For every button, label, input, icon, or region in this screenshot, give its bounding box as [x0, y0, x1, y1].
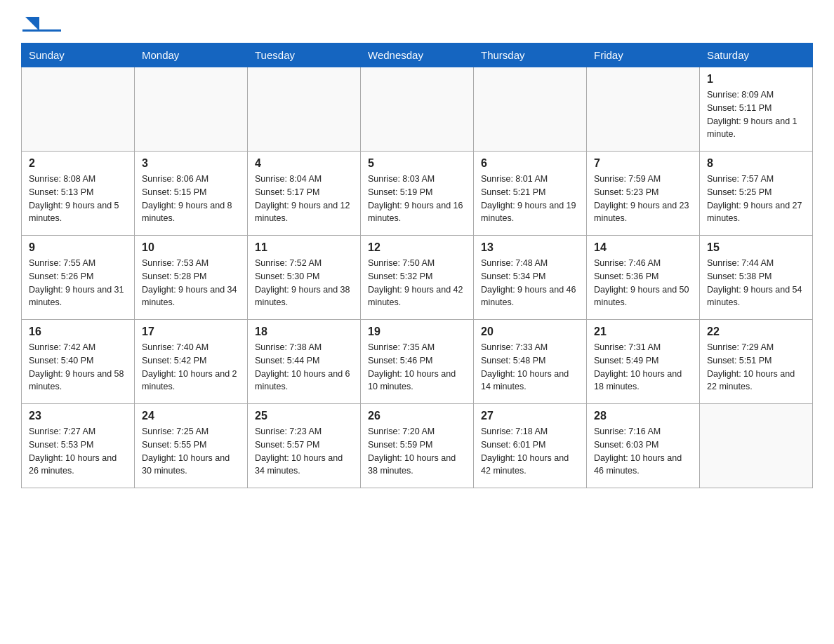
- day-number: 7: [594, 157, 692, 170]
- calendar-week-row: 16Sunrise: 7:42 AMSunset: 5:40 PMDayligh…: [22, 320, 813, 404]
- day-info: Sunrise: 7:42 AMSunset: 5:40 PMDaylight:…: [29, 341, 127, 394]
- calendar-day-cell: 10Sunrise: 7:53 AMSunset: 5:28 PMDayligh…: [135, 236, 248, 320]
- day-info: Sunrise: 7:40 AMSunset: 5:42 PMDaylight:…: [142, 341, 240, 394]
- day-number: 5: [368, 157, 466, 170]
- calendar-day-header: Friday: [587, 43, 700, 67]
- day-info: Sunrise: 7:59 AMSunset: 5:23 PMDaylight:…: [594, 173, 692, 225]
- day-info: Sunrise: 8:09 AMSunset: 5:11 PMDaylight:…: [707, 88, 805, 141]
- calendar-header-row: SundayMondayTuesdayWednesdayThursdayFrid…: [22, 43, 813, 67]
- calendar-day-cell: 17Sunrise: 7:40 AMSunset: 5:42 PMDayligh…: [135, 320, 248, 404]
- calendar-week-row: 1Sunrise: 8:09 AMSunset: 5:11 PMDaylight…: [22, 67, 813, 152]
- day-info: Sunrise: 7:33 AMSunset: 5:48 PMDaylight:…: [481, 341, 579, 394]
- calendar-day-cell: 15Sunrise: 7:44 AMSunset: 5:38 PMDayligh…: [700, 236, 813, 320]
- calendar-week-row: 2Sunrise: 8:08 AMSunset: 5:13 PMDaylight…: [22, 152, 813, 236]
- calendar-day-cell: 7Sunrise: 7:59 AMSunset: 5:23 PMDaylight…: [587, 152, 700, 236]
- day-info: Sunrise: 7:38 AMSunset: 5:44 PMDaylight:…: [255, 341, 353, 394]
- calendar-day-cell: 16Sunrise: 7:42 AMSunset: 5:40 PMDayligh…: [22, 320, 135, 404]
- calendar-day-cell: [248, 67, 361, 152]
- calendar-day-cell: 12Sunrise: 7:50 AMSunset: 5:32 PMDayligh…: [361, 236, 474, 320]
- day-number: 11: [255, 241, 353, 254]
- day-number: 21: [594, 326, 692, 338]
- svg-marker-0: [25, 17, 39, 31]
- day-info: Sunrise: 8:03 AMSunset: 5:19 PMDaylight:…: [368, 173, 466, 225]
- day-info: Sunrise: 8:04 AMSunset: 5:17 PMDaylight:…: [255, 173, 353, 225]
- calendar-day-cell: 26Sunrise: 7:20 AMSunset: 5:59 PMDayligh…: [361, 404, 474, 488]
- calendar-day-cell: 6Sunrise: 8:01 AMSunset: 5:21 PMDaylight…: [474, 152, 587, 236]
- calendar-day-header: Tuesday: [248, 43, 361, 67]
- calendar-day-cell: 25Sunrise: 7:23 AMSunset: 5:57 PMDayligh…: [248, 404, 361, 488]
- logo-underline: [22, 29, 61, 32]
- calendar-day-cell: 21Sunrise: 7:31 AMSunset: 5:49 PMDayligh…: [587, 320, 700, 404]
- calendar-day-header: Sunday: [22, 43, 135, 67]
- day-info: Sunrise: 7:20 AMSunset: 5:59 PMDaylight:…: [368, 425, 466, 478]
- calendar-day-cell: 4Sunrise: 8:04 AMSunset: 5:17 PMDaylight…: [248, 152, 361, 236]
- day-number: 24: [142, 410, 240, 422]
- day-info: Sunrise: 7:53 AMSunset: 5:28 PMDaylight:…: [142, 257, 240, 309]
- day-number: 16: [29, 326, 127, 338]
- calendar-day-cell: 5Sunrise: 8:03 AMSunset: 5:19 PMDaylight…: [361, 152, 474, 236]
- day-number: 15: [707, 241, 805, 254]
- calendar-table: SundayMondayTuesdayWednesdayThursdayFrid…: [21, 43, 813, 488]
- calendar-day-cell: 1Sunrise: 8:09 AMSunset: 5:11 PMDaylight…: [700, 67, 813, 152]
- day-info: Sunrise: 8:06 AMSunset: 5:15 PMDaylight:…: [142, 173, 240, 225]
- day-number: 2: [29, 157, 127, 170]
- day-number: 3: [142, 157, 240, 170]
- day-number: 17: [142, 326, 240, 338]
- day-info: Sunrise: 7:25 AMSunset: 5:55 PMDaylight:…: [142, 425, 240, 478]
- calendar-day-cell: [474, 67, 587, 152]
- calendar-day-cell: 8Sunrise: 7:57 AMSunset: 5:25 PMDaylight…: [700, 152, 813, 236]
- day-info: Sunrise: 7:46 AMSunset: 5:36 PMDaylight:…: [594, 257, 692, 309]
- calendar-week-row: 9Sunrise: 7:55 AMSunset: 5:26 PMDaylight…: [22, 236, 813, 320]
- day-info: Sunrise: 7:16 AMSunset: 6:03 PMDaylight:…: [594, 425, 692, 478]
- calendar-day-cell: [361, 67, 474, 152]
- day-number: 4: [255, 157, 353, 170]
- day-info: Sunrise: 7:48 AMSunset: 5:34 PMDaylight:…: [481, 257, 579, 309]
- day-info: Sunrise: 7:29 AMSunset: 5:51 PMDaylight:…: [707, 341, 805, 394]
- day-number: 25: [255, 410, 353, 422]
- calendar-day-cell: 11Sunrise: 7:52 AMSunset: 5:30 PMDayligh…: [248, 236, 361, 320]
- day-info: Sunrise: 7:23 AMSunset: 5:57 PMDaylight:…: [255, 425, 353, 478]
- day-number: 6: [481, 157, 579, 170]
- day-number: 10: [142, 241, 240, 254]
- day-info: Sunrise: 7:50 AMSunset: 5:32 PMDaylight:…: [368, 257, 466, 309]
- calendar-day-cell: 19Sunrise: 7:35 AMSunset: 5:46 PMDayligh…: [361, 320, 474, 404]
- day-number: 18: [255, 326, 353, 338]
- calendar-day-cell: [22, 67, 135, 152]
- day-info: Sunrise: 7:31 AMSunset: 5:49 PMDaylight:…: [594, 341, 692, 394]
- logo: [21, 14, 64, 32]
- day-number: 1: [707, 73, 805, 86]
- day-number: 9: [29, 241, 127, 254]
- calendar-day-cell: 28Sunrise: 7:16 AMSunset: 6:03 PMDayligh…: [587, 404, 700, 488]
- calendar-day-cell: 2Sunrise: 8:08 AMSunset: 5:13 PMDaylight…: [22, 152, 135, 236]
- calendar-day-cell: 18Sunrise: 7:38 AMSunset: 5:44 PMDayligh…: [248, 320, 361, 404]
- calendar-week-row: 23Sunrise: 7:27 AMSunset: 5:53 PMDayligh…: [22, 404, 813, 488]
- day-number: 12: [368, 241, 466, 254]
- day-number: 23: [29, 410, 127, 422]
- day-number: 27: [481, 410, 579, 422]
- day-info: Sunrise: 7:52 AMSunset: 5:30 PMDaylight:…: [255, 257, 353, 309]
- calendar-day-cell: 23Sunrise: 7:27 AMSunset: 5:53 PMDayligh…: [22, 404, 135, 488]
- day-number: 28: [594, 410, 692, 422]
- day-number: 13: [481, 241, 579, 254]
- day-info: Sunrise: 7:44 AMSunset: 5:38 PMDaylight:…: [707, 257, 805, 309]
- day-info: Sunrise: 8:01 AMSunset: 5:21 PMDaylight:…: [481, 173, 579, 225]
- calendar-day-header: Saturday: [700, 43, 813, 67]
- day-info: Sunrise: 7:18 AMSunset: 6:01 PMDaylight:…: [481, 425, 579, 478]
- calendar-day-cell: 27Sunrise: 7:18 AMSunset: 6:01 PMDayligh…: [474, 404, 587, 488]
- calendar-day-header: Wednesday: [361, 43, 474, 67]
- page-header: [21, 14, 813, 32]
- calendar-day-cell: 13Sunrise: 7:48 AMSunset: 5:34 PMDayligh…: [474, 236, 587, 320]
- day-number: 22: [707, 326, 805, 338]
- day-info: Sunrise: 8:08 AMSunset: 5:13 PMDaylight:…: [29, 173, 127, 225]
- day-info: Sunrise: 7:35 AMSunset: 5:46 PMDaylight:…: [368, 341, 466, 394]
- calendar-day-header: Monday: [135, 43, 248, 67]
- calendar-day-header: Thursday: [474, 43, 587, 67]
- day-number: 14: [594, 241, 692, 254]
- day-info: Sunrise: 7:57 AMSunset: 5:25 PMDaylight:…: [707, 173, 805, 225]
- calendar-day-cell: [135, 67, 248, 152]
- day-info: Sunrise: 7:55 AMSunset: 5:26 PMDaylight:…: [29, 257, 127, 309]
- calendar-day-cell: 14Sunrise: 7:46 AMSunset: 5:36 PMDayligh…: [587, 236, 700, 320]
- day-number: 20: [481, 326, 579, 338]
- day-number: 8: [707, 157, 805, 170]
- day-number: 19: [368, 326, 466, 338]
